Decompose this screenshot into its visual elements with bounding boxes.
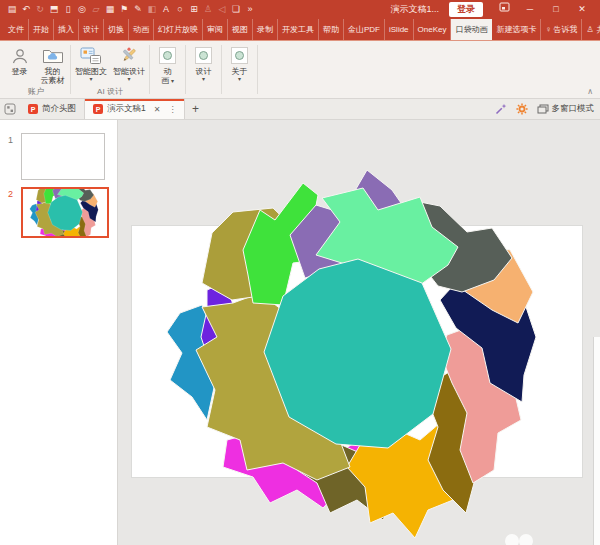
group-label-ai-design: AI 设计	[72, 87, 148, 98]
format-painter-icon[interactable]: ⚑	[117, 0, 131, 19]
group-ai-design: 智能图文 ▾ 智能设计 ▾ AI 设计	[72, 41, 148, 98]
font-icon[interactable]: A	[159, 0, 173, 19]
tab-help[interactable]: 帮助	[319, 19, 344, 40]
close-button[interactable]: ✕	[569, 0, 595, 19]
lightbulb-icon: ♀	[545, 25, 551, 34]
watermark-dot	[519, 534, 533, 545]
my-cloud-label-2: 云素材	[41, 76, 65, 85]
tab-slideshow[interactable]: 幻灯片放映	[154, 19, 203, 40]
group-separator	[221, 45, 222, 94]
tab-islide[interactable]: iSlide	[385, 19, 414, 40]
tab-view[interactable]: 视图	[228, 19, 253, 40]
main-area: 1 2	[0, 120, 600, 545]
tab-design[interactable]: 设计	[79, 19, 104, 40]
document-tab-current-label: 演示文稿1	[107, 103, 146, 115]
slide-2-item[interactable]: 2	[0, 187, 117, 238]
collapse-ribbon-button[interactable]: ∧	[587, 87, 593, 96]
tab-pocket-animation[interactable]: 口袋动画	[451, 19, 492, 40]
tab-transitions[interactable]: 切换	[104, 19, 129, 40]
workspace-icon[interactable]	[0, 99, 20, 119]
minimize-button[interactable]: ─	[517, 0, 543, 19]
layers-icon[interactable]: ❏	[229, 0, 243, 19]
save-icon[interactable]: ▤	[5, 0, 19, 19]
pa-about-button[interactable]: 关于 ▾	[223, 44, 256, 82]
smart-graphics-button[interactable]: 智能图文 ▾	[72, 44, 110, 82]
tab-new-tab[interactable]: 新建选项卡	[492, 19, 541, 40]
right-scrollbar[interactable]	[593, 337, 600, 545]
group-separator	[70, 45, 71, 94]
dock-window-glyph	[499, 2, 510, 12]
pa-animation-button[interactable]: 动 画 ▾	[151, 44, 184, 85]
multi-window-label: 多窗口模式	[552, 103, 595, 115]
group-separator	[149, 45, 150, 94]
ppt-file-icon: P	[28, 104, 38, 114]
tab-menu-icon[interactable]: ⋮	[168, 105, 176, 114]
group-account: 登录 我的 云素材 账户	[3, 41, 69, 98]
slide-1-item[interactable]: 1	[0, 133, 117, 180]
multi-window-icon	[537, 104, 549, 114]
multi-window-mode-button[interactable]: 多窗口模式	[537, 103, 595, 115]
slide-2-thumbnail[interactable]	[21, 187, 109, 238]
tab-jinshan-pdf[interactable]: 金山PDF	[344, 19, 385, 40]
group-pa-animation: 动 画 ▾	[151, 41, 184, 98]
tab-home[interactable]: 开始	[29, 19, 54, 40]
group-pa-about: 关于 ▾	[223, 41, 256, 98]
slide-1-number: 1	[0, 133, 21, 180]
tab-animations[interactable]: 动画	[129, 19, 154, 40]
ppt-file-icon: P	[93, 104, 103, 114]
group-pa-design: 设计 ▾	[187, 41, 220, 98]
pa-animation-label-2: 画 ▾	[161, 76, 174, 85]
login-person-icon	[10, 44, 30, 67]
undo-icon[interactable]: ↶	[19, 0, 33, 19]
more-tools-icon[interactable]: »	[243, 0, 257, 19]
group-label-account: 账户	[3, 87, 69, 98]
cloud-folder-icon	[42, 44, 64, 67]
tab-review[interactable]: 审阅	[203, 19, 228, 40]
ribbon: 登录 我的 云素材 账户 智能图文 ▾	[0, 40, 600, 99]
editing-canvas[interactable]	[118, 120, 600, 545]
tab-record[interactable]: 录制	[253, 19, 278, 40]
group-separator	[257, 45, 258, 94]
new-tab-button[interactable]: +	[185, 99, 205, 119]
group-separator	[185, 45, 186, 94]
magic-wand-icon[interactable]	[495, 103, 507, 115]
ribbon-login-button[interactable]: 登录	[3, 44, 36, 76]
print-preview-icon[interactable]: ◎	[75, 0, 89, 19]
document-tab-current[interactable]: P 演示文稿1 ✕ ⋮	[84, 99, 185, 119]
tab-onekey[interactable]: OneKey	[414, 19, 452, 40]
slide-2-number: 2	[0, 187, 21, 238]
tab-file[interactable]: 文件	[4, 19, 29, 40]
smart-design-icon	[119, 44, 139, 67]
document-tab-intro[interactable]: P 简介头图	[20, 99, 84, 119]
redo-icon: ↻	[33, 0, 47, 19]
share-button[interactable]: ♙ 共享	[582, 19, 600, 40]
login-button[interactable]: 登录	[449, 2, 483, 17]
new-document-icon[interactable]: ▯	[61, 0, 75, 19]
dock-window-icon[interactable]	[491, 0, 517, 19]
pa-animation-icon	[159, 44, 176, 67]
dropdown-arrow-icon: ▾	[202, 76, 205, 82]
slideshow-grid-icon[interactable]: ▦	[103, 0, 117, 19]
gear-icon[interactable]	[516, 103, 528, 115]
pinwheel-shape[interactable]	[118, 120, 600, 545]
my-cloud-materials-button[interactable]: 我的 云素材	[36, 44, 69, 85]
smart-graphics-icon	[80, 44, 102, 67]
tab-insert[interactable]: 插入	[54, 19, 79, 40]
pa-design-button[interactable]: 设计 ▾	[187, 44, 220, 82]
maximize-button[interactable]: □	[543, 0, 569, 19]
pen-icon[interactable]: ✎	[131, 0, 145, 19]
login-label: 登录	[12, 67, 28, 76]
my-cloud-label-1: 我的	[45, 67, 61, 76]
tell-me-button[interactable]: ♀ 告诉我	[541, 19, 582, 40]
smart-design-button[interactable]: 智能设计 ▾	[110, 44, 148, 82]
shape-icon[interactable]: ○	[173, 0, 187, 19]
slide-1-thumbnail[interactable]	[21, 133, 105, 180]
tab-developer[interactable]: 开发工具	[278, 19, 319, 40]
dropdown-arrow-icon: ▾	[238, 76, 241, 82]
present-icon[interactable]: ⬒	[47, 0, 61, 19]
pa-animation-label-1: 动	[164, 67, 172, 76]
table-icon[interactable]: ⊞	[187, 0, 201, 19]
close-tab-icon[interactable]: ✕	[154, 105, 161, 114]
dropdown-arrow-icon: ▾	[127, 76, 130, 82]
group-label-empty	[223, 87, 256, 98]
